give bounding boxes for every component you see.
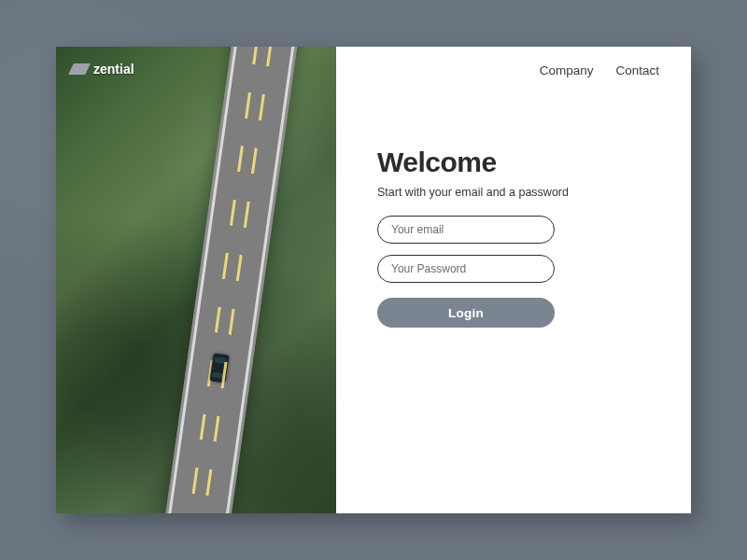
- car-graphic: [210, 353, 230, 383]
- page-title: Welcome: [377, 147, 611, 178]
- brand: zential: [71, 62, 134, 77]
- nav-company[interactable]: Company: [540, 63, 594, 77]
- login-form: Welcome Start with your email and a pass…: [377, 147, 611, 328]
- email-field[interactable]: [377, 216, 555, 244]
- top-nav: Company Contact: [377, 63, 659, 77]
- login-button[interactable]: Login: [377, 298, 555, 328]
- hero-image: zential: [56, 47, 336, 513]
- page-subtitle: Start with your email and a password: [377, 186, 611, 199]
- brand-logo-icon: [68, 63, 91, 75]
- password-field[interactable]: [377, 255, 555, 283]
- form-panel: Company Contact Welcome Start with your …: [336, 47, 691, 513]
- nav-contact[interactable]: Contact: [615, 63, 659, 77]
- brand-name: zential: [93, 62, 134, 77]
- login-card: zential Company Contact Welcome Start wi…: [56, 47, 691, 513]
